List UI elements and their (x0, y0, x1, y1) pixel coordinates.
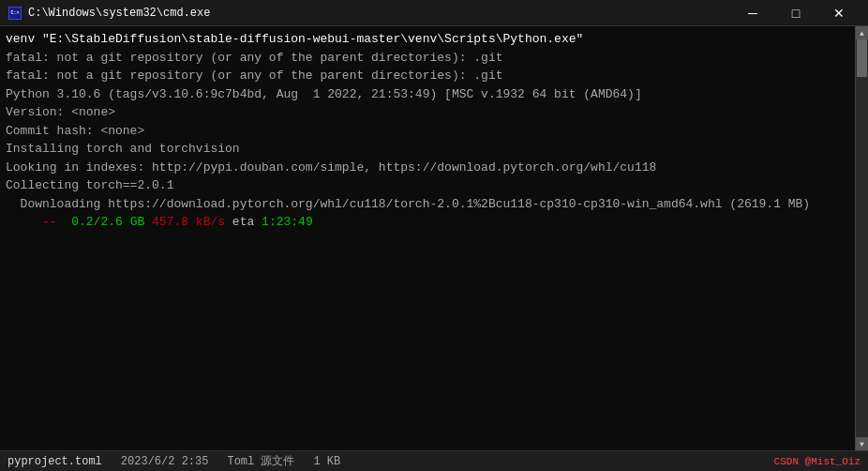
terminal-line-9: Downloading https://download.pytorch.org… (6, 195, 849, 214)
terminal-line-5: Commit hash: <none> (6, 122, 849, 141)
progress-spacer (57, 213, 72, 232)
file-name: pyproject.toml (7, 455, 102, 468)
scrollbar-track[interactable] (856, 39, 868, 437)
file-size: 1 KB (313, 455, 340, 468)
terminal-line-7: Looking in indexes: http://pypi.douban.c… (6, 159, 849, 177)
title-bar: C:\Windows\system32\cmd.exe ─ □ ✕ (0, 0, 868, 26)
terminal-line-2: fatal: not a git repository (or any of t… (6, 67, 849, 85)
progress-eta: 1:23:49 (262, 213, 313, 232)
terminal-line-4: Version: <none> (6, 103, 849, 122)
progress-dash: -- (6, 213, 57, 232)
maximize-button[interactable]: □ (774, 0, 817, 26)
file-type: Toml 源文件 (227, 453, 294, 469)
close-button[interactable]: ✕ (817, 0, 861, 26)
progress-space2 (144, 213, 152, 232)
status-bar: pyproject.toml 2023/6/2 2:35 Toml 源文件 1 … (0, 450, 868, 471)
scroll-down-arrow[interactable]: ▼ (856, 437, 869, 450)
cmd-icon (7, 6, 22, 21)
file-date: 2023/6/2 2:35 (121, 455, 209, 468)
terminal-wrapper: venv "E:\StableDiffusion\stable-diffusio… (0, 26, 868, 450)
terminal-line-8: Collecting torch==2.0.1 (6, 176, 849, 195)
window-title: C:\Windows\system32\cmd.exe (28, 7, 210, 20)
terminal-line-1: fatal: not a git repository (or any of t… (6, 49, 849, 68)
minimize-button[interactable]: ─ (731, 0, 774, 26)
terminal-content[interactable]: venv "E:\StableDiffusion\stable-diffusio… (0, 26, 855, 450)
progress-speed: 457.8 kB/s (152, 213, 225, 232)
scrollbar[interactable]: ▲ ▼ (855, 26, 868, 450)
terminal-line-0: venv "E:\StableDiffusion\stable-diffusio… (6, 30, 849, 49)
title-bar-left: C:\Windows\system32\cmd.exe (7, 6, 210, 21)
progress-amount: 0.2/2.6 GB (71, 213, 144, 232)
scroll-up-arrow[interactable]: ▲ (856, 26, 869, 39)
csdn-watermark: CSDN @Mist_Oiz (774, 456, 861, 467)
progress-line: -- 0.2/2.6 GB 457.8 kB/s eta 1:23:49 (6, 213, 849, 232)
file-info: pyproject.toml 2023/6/2 2:35 Toml 源文件 1 … (7, 453, 340, 469)
progress-space3: eta (225, 213, 262, 232)
scrollbar-thumb[interactable] (857, 39, 867, 77)
window-controls: ─ □ ✕ (731, 0, 861, 26)
status-bar-right: CSDN @Mist_Oiz (774, 456, 861, 467)
terminal-line-6: Installing torch and torchvision (6, 140, 849, 159)
terminal-line-3: Python 3.10.6 (tags/v3.10.6:9c7b4bd, Aug… (6, 85, 849, 104)
